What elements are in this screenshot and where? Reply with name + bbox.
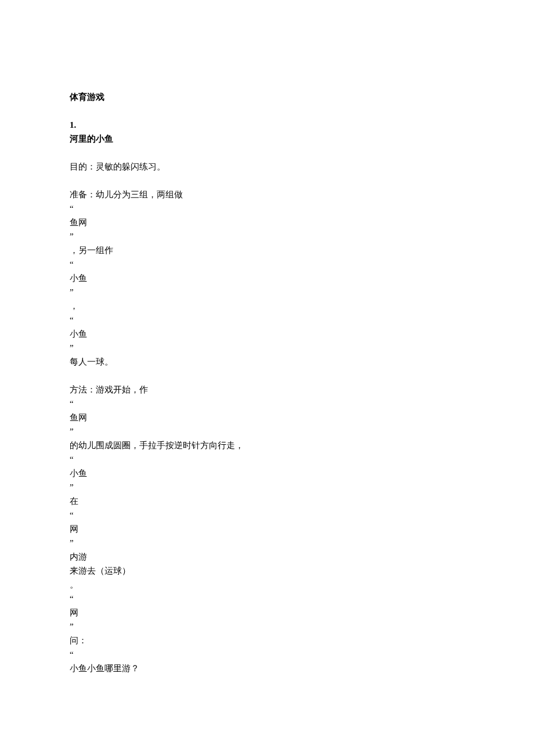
spacer [70,174,464,188]
prep-line: ” [70,285,464,299]
prep-line: 鱼网 [70,215,464,229]
method-line: “ [70,647,464,661]
document-title: 体育游戏 [70,90,464,104]
method-line: 方法：游戏开始，作 [70,383,464,397]
prep-line: 小鱼 [70,271,464,285]
prep-line: 小鱼 [70,327,464,341]
prep-line: ， [70,299,464,313]
method-line: ” [70,480,464,494]
method-line: 网 [70,606,464,620]
spacer [70,146,464,160]
method-line: “ [70,592,464,606]
document-page: 体育游戏 1. 河里的小鱼 目的：灵敏的躲闪练习。 准备：幼儿分为三组，两组做 … [0,0,534,710]
method-line: “ [70,452,464,466]
prep-line: 每人一球。 [70,355,464,369]
prep-line: “ [70,313,464,327]
prep-line: 准备：幼儿分为三组，两组做 [70,188,464,201]
method-line: ” [70,536,464,550]
method-line: 小鱼小鱼哪里游？ [70,661,464,675]
prep-line: “ [70,257,464,271]
method-line: 小鱼 [70,466,464,480]
prep-line: ，另一组作 [70,243,464,257]
method-line: ” [70,620,464,633]
method-line: 在 [70,494,464,508]
prep-line: ” [70,229,464,243]
method-line: “ [70,397,464,411]
method-line: ” [70,424,464,438]
method-line: 内游 [70,550,464,564]
item-title: 河里的小鱼 [70,132,464,146]
method-line: 鱼网 [70,411,464,424]
method-line: 网 [70,522,464,536]
spacer [70,104,464,118]
method-line: 的幼儿围成圆圈，手拉手按逆时针方向行走， [70,438,464,452]
method-line: 。 [70,578,464,592]
spacer [70,369,464,383]
item-number: 1. [70,118,464,132]
purpose-text: 目的：灵敏的躲闪练习。 [70,160,464,174]
prep-line: “ [70,201,464,215]
prep-line: ” [70,341,464,355]
method-line: 问： [70,633,464,647]
method-line: 来游去（运球） [70,564,464,578]
method-line: “ [70,508,464,522]
